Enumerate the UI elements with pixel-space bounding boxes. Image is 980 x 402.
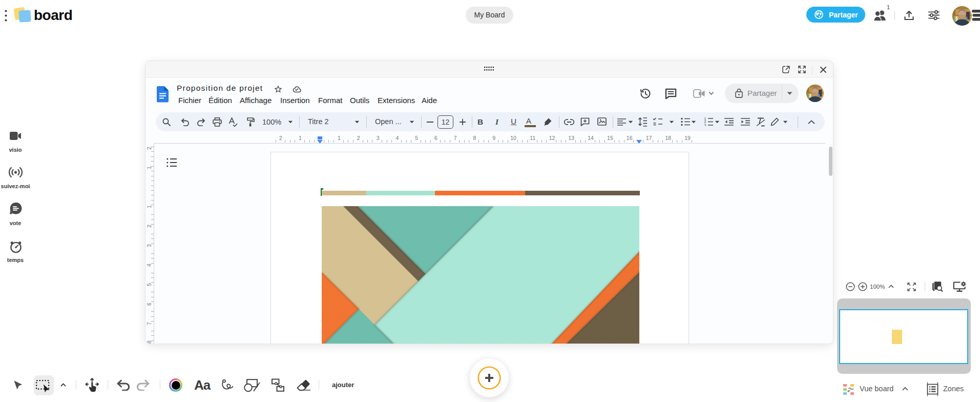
svg-text:3: 3 <box>704 124 706 127</box>
